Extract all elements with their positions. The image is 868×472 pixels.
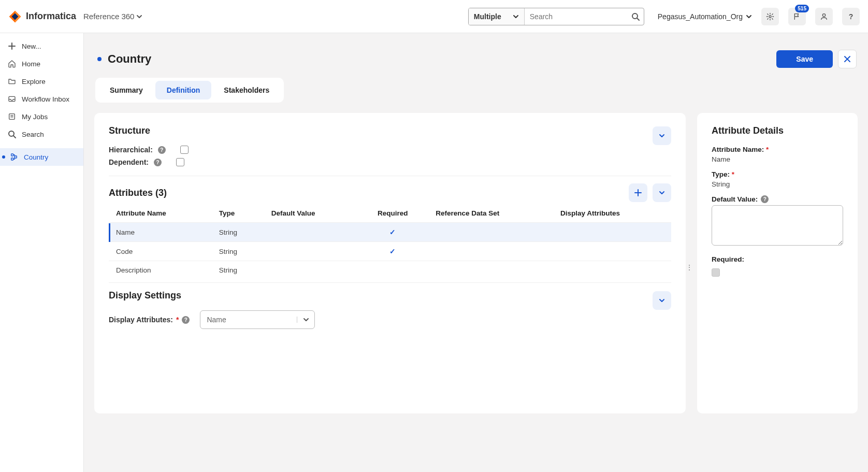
help-icon[interactable]: ?: [761, 195, 769, 203]
help-icon: ?: [849, 12, 853, 21]
help-button[interactable]: ?: [842, 8, 860, 25]
attribute-details-panel: Attribute Details Attribute Name: * Name…: [697, 113, 858, 413]
page-tabs: Summary Definition Stakeholders: [95, 78, 284, 103]
flag-icon: [793, 12, 801, 21]
col-required: Required: [357, 204, 428, 223]
hierarchical-checkbox[interactable]: [180, 146, 189, 154]
col-type: Type: [212, 204, 264, 223]
col-display-attributes: Display Attributes: [553, 204, 671, 223]
cell-type: String: [212, 223, 264, 242]
table-row[interactable]: Description String: [109, 261, 671, 280]
help-icon[interactable]: ?: [154, 159, 162, 166]
plus-icon: [7, 41, 17, 51]
chevron-down-icon: [659, 190, 665, 196]
cell-disp: [553, 261, 671, 280]
cell-rds: [428, 242, 553, 261]
details-name-label: Attribute Name:: [712, 146, 764, 153]
sidebar-item-explore[interactable]: Explore: [0, 73, 83, 90]
cell-type: String: [212, 242, 264, 261]
required-asterisk: *: [176, 316, 179, 324]
org-name: Pegasus_Automation_Org: [658, 12, 743, 21]
display-settings-collapse-button[interactable]: [653, 291, 671, 310]
panel-resize-handle[interactable]: ⋮: [686, 263, 692, 271]
search-input[interactable]: [525, 12, 627, 21]
attributes-table: Attribute Name Type Default Value Requir…: [109, 204, 671, 279]
tab-definition[interactable]: Definition: [155, 81, 212, 99]
search-button[interactable]: [627, 12, 644, 21]
chevron-down-icon: [136, 13, 142, 20]
search-scope-dropdown[interactable]: Multiple: [469, 8, 525, 25]
display-settings-heading: Display Settings: [109, 290, 181, 301]
home-icon: [7, 59, 17, 68]
sidebar-new[interactable]: New...: [0, 37, 83, 55]
structure-heading: Structure: [109, 125, 150, 136]
user-button[interactable]: [815, 8, 833, 25]
details-required-checkbox: [712, 268, 720, 277]
details-required-label: Required:: [712, 255, 843, 263]
close-icon: [844, 55, 851, 63]
help-icon[interactable]: ?: [182, 316, 190, 324]
cell-name: Name: [109, 223, 212, 242]
dataset-icon: [9, 152, 19, 162]
brand: Informatica Reference 360: [8, 10, 142, 23]
svg-rect-15: [11, 154, 13, 156]
notifications-button[interactable]: 515: [788, 8, 806, 25]
default-value-input[interactable]: [712, 205, 843, 246]
page-title: Country: [108, 52, 151, 66]
cell-default: [264, 223, 357, 242]
svg-line-4: [637, 18, 639, 20]
notifications-badge: 515: [795, 5, 809, 12]
add-attribute-button[interactable]: [629, 183, 647, 202]
col-reference-data-set: Reference Data Set: [428, 204, 553, 223]
sidebar-item-label: Workflow Inbox: [22, 95, 69, 103]
svg-point-6: [822, 13, 825, 16]
settings-button[interactable]: [761, 8, 779, 25]
main-content: Country Save Summary Definition Stakehol…: [84, 33, 868, 472]
search-scope-value: Multiple: [474, 12, 501, 21]
dependent-checkbox[interactable]: [176, 158, 184, 166]
cell-default: [264, 261, 357, 280]
hierarchical-label: Hierarchical:: [109, 146, 153, 154]
table-header-row: Attribute Name Type Default Value Requir…: [109, 204, 671, 223]
gear-icon: [766, 12, 774, 21]
svg-point-5: [769, 16, 771, 18]
details-type-value: String: [712, 180, 843, 188]
cell-default: [264, 242, 357, 261]
col-default-value: Default Value: [264, 204, 357, 223]
attribute-details-heading: Attribute Details: [712, 125, 843, 136]
tab-stakeholders[interactable]: Stakeholders: [212, 81, 281, 99]
svg-rect-16: [11, 158, 13, 160]
display-attributes-label: Display Attributes:: [109, 316, 173, 324]
divider: [109, 282, 671, 283]
cell-required: ✓: [357, 242, 428, 261]
sidebar-item-search[interactable]: Search: [0, 125, 83, 143]
brand-name: Informatica: [26, 11, 76, 22]
jobs-icon: [7, 112, 17, 121]
structure-collapse-button[interactable]: [653, 126, 671, 145]
sidebar-item-label: Country: [24, 153, 48, 161]
display-attributes-select[interactable]: Name: [200, 310, 315, 329]
attributes-collapse-button[interactable]: [653, 183, 671, 202]
app-header: Informatica Reference 360 Multiple Pegas…: [0, 0, 868, 33]
close-button[interactable]: [838, 50, 857, 68]
dependent-label: Dependent:: [109, 158, 149, 166]
table-row[interactable]: Code String ✓: [109, 242, 671, 261]
sidebar-item-home[interactable]: Home: [0, 55, 83, 73]
search-icon: [7, 130, 17, 139]
sidebar-item-workflow-inbox[interactable]: Workflow Inbox: [0, 90, 83, 108]
save-button[interactable]: Save: [776, 50, 833, 68]
org-switcher[interactable]: Pegasus_Automation_Org: [658, 12, 752, 21]
help-icon[interactable]: ?: [158, 146, 166, 154]
check-icon: ✓: [389, 228, 396, 236]
details-type-label: Type:: [712, 170, 730, 178]
app-switcher[interactable]: Reference 360: [83, 12, 142, 21]
sidebar-open-tab-country[interactable]: Country: [0, 148, 83, 166]
sidebar-item-label: New...: [22, 42, 41, 50]
sidebar-item-my-jobs[interactable]: My Jobs: [0, 108, 83, 125]
definition-panel: Structure Hierarchical: ? Dependent: ?: [94, 113, 686, 413]
sidebar-item-label: Search: [22, 131, 44, 138]
divider: [109, 176, 671, 176]
table-row[interactable]: Name String ✓: [109, 223, 671, 242]
display-attributes-value: Name: [200, 316, 297, 324]
tab-summary[interactable]: Summary: [98, 81, 154, 99]
